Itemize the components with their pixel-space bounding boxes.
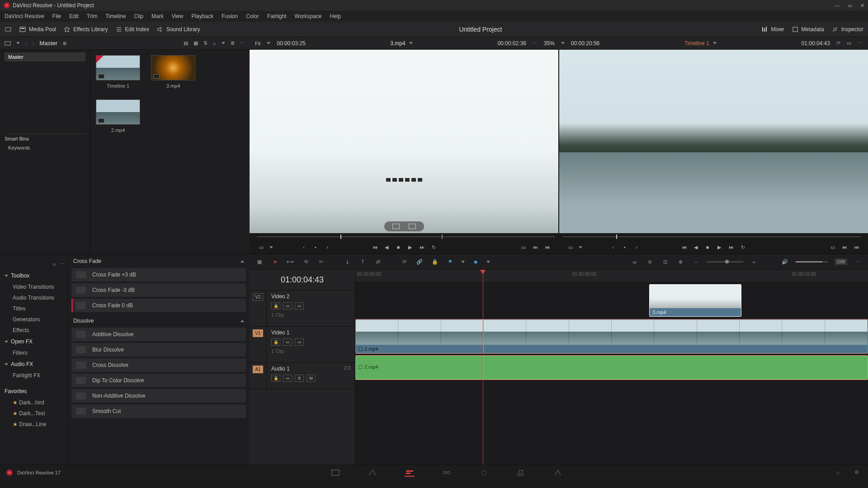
goto-end-button[interactable]: ⏭ [727, 244, 735, 251]
program-viewer[interactable] [559, 50, 868, 233]
media-pool-toggle[interactable]: Media Pool [19, 26, 56, 33]
fx-item[interactable]: Cross Fade 0 dB [71, 299, 246, 312]
fx-item[interactable]: Cross Dissolve [71, 358, 246, 372]
sort-menu[interactable]: ⇅ [203, 40, 208, 46]
menu-clip[interactable]: Clip [134, 13, 143, 19]
fx-item[interactable]: Additive Dissolve [71, 328, 246, 341]
track-dest-v2[interactable]: V2 [253, 293, 263, 301]
clip-thumb[interactable]: Timeline 1 [96, 55, 140, 89]
favorite-item[interactable]: ★ Dark...hird [0, 397, 67, 408]
fx-group-header[interactable]: Cross Fade [71, 254, 246, 268]
timeline-tracks[interactable]: 01:00:00:00 01:00:08:00 01:00:16:00 3.mp… [355, 270, 868, 465]
lock-icon[interactable]: 🔓 [271, 302, 280, 310]
favorite-item[interactable]: ★ Dark...Text [0, 408, 67, 419]
page-media[interactable] [330, 469, 340, 477]
menu-workspace[interactable]: Workspace [295, 13, 322, 19]
menu-mark[interactable]: Mark [151, 13, 164, 19]
page-fusion[interactable] [442, 469, 452, 477]
sound-library-toggle[interactable]: Sound Library [156, 26, 200, 33]
tree-generators[interactable]: Generators [0, 314, 67, 325]
program-timeline-name[interactable]: Timeline 1 [684, 40, 709, 47]
visible-button[interactable]: ▭ [295, 302, 304, 310]
zoom-in-button[interactable]: ⊕ [676, 258, 685, 267]
menu-view[interactable]: View [172, 13, 184, 19]
video-only-icon[interactable] [392, 224, 400, 229]
thumb-view-button[interactable]: ▦ [193, 40, 198, 46]
blade-tool[interactable]: ✄ [316, 258, 326, 267]
timeline-ruler[interactable]: 01:00:00:00 01:00:08:00 01:00:16:00 [355, 270, 868, 282]
zoom-out-button[interactable]: ⊖ [646, 258, 655, 267]
mixer-toggle[interactable]: Mixer [761, 26, 784, 33]
prev-edit-button[interactable]: ‹ [609, 244, 617, 251]
current-bin[interactable]: Master [39, 40, 57, 47]
search-icon[interactable]: ⌕ [53, 261, 56, 267]
lock-button[interactable]: 🔒 [430, 258, 439, 267]
lane-a1[interactable]: 2.mp4 [355, 355, 868, 381]
timeline-clip[interactable]: 2.mp4 [355, 356, 868, 380]
playhead[interactable] [483, 270, 483, 465]
overwrite-button[interactable]: ⤒ [358, 258, 367, 267]
smart-bin-keywords[interactable]: Keywords [5, 143, 85, 152]
nav-fwd[interactable]: › [33, 41, 34, 46]
dim-button[interactable]: DIM [835, 258, 847, 265]
fx-item[interactable]: Non-Additive Dissolve [71, 389, 246, 403]
link-button[interactable]: 🔗 [415, 258, 424, 267]
tree-effects[interactable]: Effects [0, 325, 67, 336]
zoom-minus[interactable]: − [692, 258, 701, 267]
mark-in-button[interactable]: ▭ [520, 244, 527, 251]
track-dest-a1[interactable]: A1 [253, 366, 263, 373]
close-button[interactable]: ✕ [860, 3, 864, 9]
menu-fusion[interactable]: Fusion [222, 13, 238, 19]
lock-icon[interactable]: 🔓 [271, 338, 280, 346]
bin-master[interactable]: Master [5, 52, 85, 61]
menu-color[interactable]: Color [246, 13, 259, 19]
dynamic-trim-tool[interactable]: ⟲ [301, 258, 310, 267]
insert-button[interactable]: ⤓ [343, 258, 352, 267]
volume-icon[interactable]: 🔊 [780, 258, 789, 267]
lock-icon[interactable]: 🔓 [271, 375, 280, 382]
tree-fairlightfx[interactable]: Fairlight FX [0, 370, 67, 381]
step-back-button[interactable]: ◀ [383, 244, 390, 251]
match-frame-button[interactable]: ▭ [567, 244, 574, 251]
snap-button[interactable]: ⫘ [630, 258, 639, 267]
search-button[interactable]: ⌕ [213, 41, 216, 46]
lane-v1[interactable]: 2.mp4 [355, 319, 868, 355]
fx-item[interactable]: Cross Fade +3 dB [71, 268, 246, 282]
page-fairlight[interactable] [516, 469, 526, 477]
page-color[interactable] [479, 469, 489, 477]
minimize-button[interactable]: — [835, 3, 840, 9]
solo-button[interactable]: S [295, 375, 304, 382]
fx-item[interactable]: Blur Dissolve [71, 343, 246, 357]
timeline-clip[interactable]: 2.mp4 [355, 319, 868, 353]
timeline-clip[interactable]: 3.mp4 [649, 284, 741, 317]
tree-audio-transitions[interactable]: Audio Transitions [0, 292, 67, 303]
fx-item[interactable]: Cross Fade -3 dB [71, 283, 246, 297]
fx-item[interactable]: Dip To Color Dissolve [71, 374, 246, 387]
home-button[interactable]: ⌂ [833, 469, 843, 477]
source-zoom-fit[interactable]: Fit [255, 41, 260, 46]
source-clip-name[interactable]: 3.mp4 [390, 40, 405, 47]
goto-start-button[interactable]: ⏮ [680, 244, 688, 251]
toolbox-header[interactable]: Toolbox [0, 270, 67, 282]
program-scrub-track[interactable] [562, 236, 861, 237]
single-viewer-button[interactable]: ▭ [847, 40, 851, 46]
trim-edit-tool[interactable]: ⟷ [286, 258, 295, 267]
clip-thumb[interactable]: 3.mp4 [151, 55, 195, 89]
loop-button[interactable]: ↻ [430, 244, 437, 251]
timeline-timecode[interactable]: 01:00:04:43 [250, 270, 355, 291]
next-edit-button[interactable]: › [633, 244, 640, 251]
more-button[interactable]: ⋯ [240, 40, 245, 46]
goto-out-button[interactable]: ⏮ [543, 244, 551, 251]
goto-in-button[interactable]: ⏭ [532, 244, 539, 251]
track-header-v1[interactable]: V1 Video 1 🔓 ▭ ▭ 1 Clip [250, 327, 355, 363]
tree-filters[interactable]: Filters [0, 347, 67, 358]
step-back-button[interactable]: ◀ [692, 244, 699, 251]
menu-edit[interactable]: Edit [69, 13, 79, 19]
bin-view-menu[interactable] [5, 40, 11, 47]
tree-titles[interactable]: Titles [0, 303, 67, 314]
track-dest-v1[interactable]: V1 [253, 329, 263, 337]
retime-button[interactable]: ⟳ [400, 258, 409, 267]
fx-item[interactable]: Smooth Cut [71, 404, 246, 418]
openfx-header[interactable]: Open FX [0, 336, 67, 347]
zoom-fit-button[interactable]: ⊡ [661, 258, 670, 267]
